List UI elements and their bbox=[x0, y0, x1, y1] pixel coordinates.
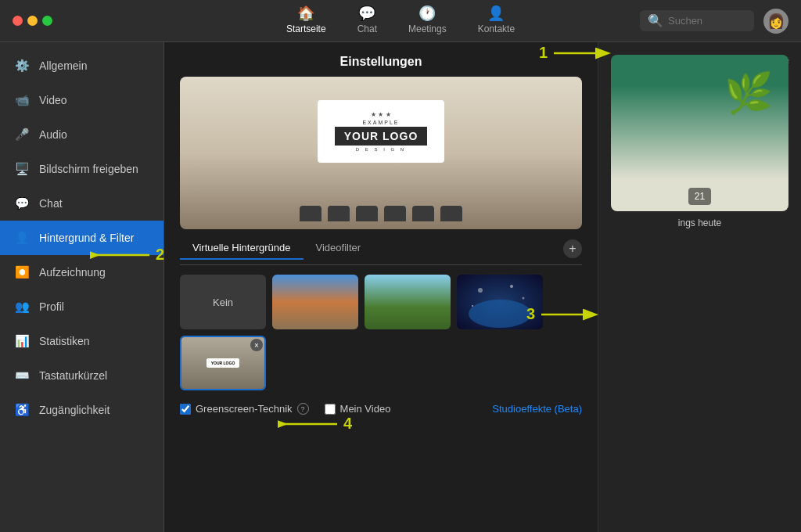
sidebar-item-allgemein[interactable]: ⚙️ Allgemein bbox=[0, 49, 163, 83]
bg-none[interactable]: Kein bbox=[180, 275, 266, 329]
avatar[interactable]: 👩 bbox=[763, 9, 788, 34]
tab-meetings[interactable]: 🕐 Meetings bbox=[396, 2, 459, 41]
bg-custom-logo[interactable]: × YOUR LOGO bbox=[180, 336, 266, 390]
chair bbox=[440, 206, 462, 221]
greenscreen-checkbox-item[interactable]: Greenscreen-Technik ? bbox=[180, 403, 309, 415]
nav-tabs: 🏠 Startseite 💬 Chat 🕐 Meetings 👤 Kontakt… bbox=[274, 2, 527, 41]
chair bbox=[300, 206, 321, 221]
gear-icon: ⚙️ bbox=[13, 56, 31, 75]
add-background-button[interactable]: + bbox=[563, 239, 582, 258]
date-badge: 21 bbox=[688, 188, 711, 205]
studio-link[interactable]: Studioeffekte (Beta) bbox=[492, 403, 582, 415]
bg-grass[interactable] bbox=[365, 275, 451, 329]
chair bbox=[356, 206, 378, 221]
tab-virtuelle-hintergruende[interactable]: Virtuelle Hintergründe bbox=[180, 237, 304, 260]
room-background: ★ ★ ★ EXAMPLE YOUR LOGO D E S I G N bbox=[180, 77, 582, 229]
chair bbox=[328, 206, 350, 221]
accessibility-icon: ♿ bbox=[13, 401, 31, 419]
settings-title: Einstellungen bbox=[164, 42, 598, 77]
bg-tab-group: Virtuelle Hintergründe Videofilter bbox=[180, 237, 373, 260]
checkbox-row: Greenscreen-Technik ? Mein Video Studioe… bbox=[180, 390, 582, 415]
preview-container: ★ ★ ★ EXAMPLE YOUR LOGO D E S I G N bbox=[180, 77, 582, 229]
sidebar: ⚙️ Allgemein 📹 Video 🎤 Audio 🖥️ Bildschi… bbox=[0, 42, 164, 532]
plant-icon: 🌿 bbox=[724, 70, 773, 116]
chair bbox=[412, 206, 434, 221]
svg-point-0 bbox=[469, 300, 531, 328]
mein-video-checkbox[interactable] bbox=[325, 404, 336, 415]
sidebar-item-hintergrund[interactable]: 👤 Hintergrund & Filter bbox=[0, 221, 163, 255]
home-icon: 🏠 bbox=[297, 5, 314, 22]
sidebar-item-statistiken[interactable]: 📊 Statistiken bbox=[0, 324, 163, 358]
tab-videofilter[interactable]: Videofilter bbox=[304, 237, 374, 260]
search-input[interactable] bbox=[668, 15, 746, 27]
sidebar-item-bildschirm[interactable]: 🖥️ Bildschirm freigeben bbox=[0, 152, 163, 186]
sidebar-item-zugaenglichkeit[interactable]: ♿ Zugänglichkeit bbox=[0, 393, 163, 427]
sidebar-item-audio[interactable]: 🎤 Audio bbox=[0, 117, 163, 152]
record-icon: ⏺️ bbox=[13, 263, 31, 282]
tab-chat[interactable]: 💬 Chat bbox=[345, 2, 390, 41]
panel-scroll: ★ ★ ★ EXAMPLE YOUR LOGO D E S I G N bbox=[164, 77, 598, 532]
hintergrund-icon: 👤 bbox=[13, 228, 31, 247]
stats-icon: 📊 bbox=[13, 332, 31, 350]
logo-box: ★ ★ ★ EXAMPLE YOUR LOGO D E S I G N bbox=[318, 100, 445, 163]
main-content: ⚙️ Allgemein 📹 Video 🎤 Audio 🖥️ Bildschi… bbox=[0, 42, 801, 532]
right-panel: ⚙ 🌿 21 ings heute bbox=[598, 42, 801, 532]
chair bbox=[384, 206, 406, 221]
greenscreen-info-icon[interactable]: ? bbox=[297, 403, 309, 415]
bg-grid: Kein × bbox=[180, 275, 582, 390]
svg-point-4 bbox=[472, 305, 473, 307]
top-right: 🔍 👩 bbox=[640, 9, 788, 34]
sidebar-item-tastaturkuerzel[interactable]: ⌨️ Tastaturkürzel bbox=[0, 358, 163, 393]
top-bar: 🏠 Startseite 💬 Chat 🕐 Meetings 👤 Kontakt… bbox=[0, 0, 801, 42]
logo-banner: YOUR LOGO bbox=[335, 127, 428, 146]
settings-panel: Einstellungen ★ ★ ★ EXAMPLE YOUR LOGO D … bbox=[164, 42, 598, 532]
sidebar-item-aufzeichnung[interactable]: ⏺️ Aufzeichnung bbox=[0, 255, 163, 289]
chat-sidebar-icon: 💬 bbox=[13, 194, 31, 213]
maximize-button[interactable] bbox=[42, 16, 52, 26]
chat-icon: 💬 bbox=[358, 5, 375, 22]
remove-background-button[interactable]: × bbox=[250, 339, 263, 351]
chairs-row bbox=[300, 206, 462, 221]
screen-icon: 🖥️ bbox=[13, 160, 31, 178]
profil-icon: 👥 bbox=[13, 297, 31, 316]
sidebar-item-profil[interactable]: 👥 Profil bbox=[0, 289, 163, 324]
bg-space[interactable] bbox=[457, 275, 543, 329]
bg-golden-gate[interactable] bbox=[272, 275, 358, 329]
greenscreen-checkbox[interactable] bbox=[180, 404, 191, 415]
logo-text-design: D E S I G N bbox=[356, 147, 406, 152]
close-button[interactable] bbox=[13, 16, 23, 26]
contact-icon: 👤 bbox=[487, 5, 505, 22]
search-icon: 🔍 bbox=[648, 13, 663, 28]
sidebar-item-video[interactable]: 📹 Video bbox=[0, 83, 163, 117]
window-controls bbox=[13, 16, 52, 26]
bg-tabs: Virtuelle Hintergründe Videofilter + bbox=[180, 237, 582, 265]
clock-icon: 🕐 bbox=[418, 5, 436, 22]
svg-point-3 bbox=[523, 297, 525, 300]
logo-text-example: EXAMPLE bbox=[362, 120, 399, 125]
video-icon: 📹 bbox=[13, 91, 31, 110]
mein-video-checkbox-item[interactable]: Mein Video bbox=[325, 403, 391, 415]
audio-icon: 🎤 bbox=[13, 125, 31, 144]
svg-point-2 bbox=[510, 285, 513, 288]
tab-kontakte[interactable]: 👤 Kontakte bbox=[465, 2, 527, 41]
minimize-button[interactable] bbox=[27, 16, 38, 26]
keyboard-icon: ⌨️ bbox=[13, 366, 31, 385]
sidebar-item-chat[interactable]: 💬 Chat bbox=[0, 186, 163, 221]
tab-startseite[interactable]: 🏠 Startseite bbox=[274, 2, 339, 41]
right-thumb-area: 🌿 21 bbox=[611, 55, 788, 211]
meetings-today-text: ings heute bbox=[678, 217, 721, 228]
svg-point-1 bbox=[478, 288, 483, 293]
search-box[interactable]: 🔍 bbox=[640, 10, 754, 31]
logo-stars: ★ ★ ★ bbox=[371, 111, 390, 118]
